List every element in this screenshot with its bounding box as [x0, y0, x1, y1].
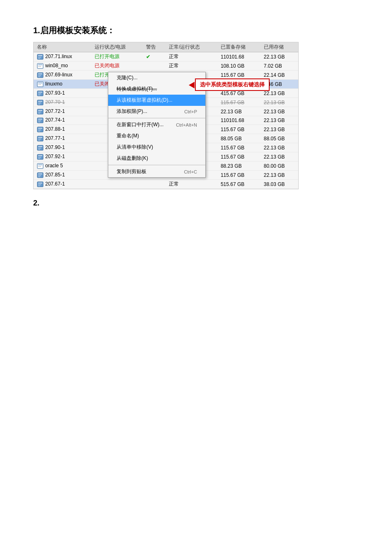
- row-storage: 88.05 GB: [217, 134, 261, 143]
- row-name: 207.93-1: [45, 90, 65, 96]
- svg-rect-17: [38, 95, 40, 95]
- row-name: 207.92-1: [45, 154, 65, 159]
- row-used: 88.05 GB: [261, 134, 298, 143]
- context-menu-item[interactable]: 在新窗口中打开(W)...Ctrl+Alt+N: [108, 119, 205, 130]
- row-storage: 88.23 GB: [217, 161, 261, 171]
- row-used: 80.00 GB: [261, 161, 298, 171]
- template-icon: [37, 72, 44, 78]
- template-icon: [37, 135, 44, 142]
- col-alert: 警告: [143, 42, 166, 52]
- table-row[interactable]: 207.71.linux已打开电源✔正常110101.6822.13 GB: [34, 52, 298, 61]
- row-power: 已打开电源: [91, 52, 143, 61]
- row-used: 22.13 GB: [261, 98, 298, 107]
- row-used: 22.13 GB: [261, 116, 298, 125]
- svg-rect-23: [38, 110, 42, 111]
- menu-item-label: 重命名(M): [117, 132, 139, 139]
- row-name-cell: 207.70-1: [34, 98, 91, 107]
- svg-rect-41: [38, 149, 40, 150]
- power-off-label: 已关闭电源: [95, 63, 119, 68]
- context-menu-item[interactable]: 从清单中移除(V): [108, 142, 205, 153]
- vm-table-section: 名称 运行状态/电源 警告 正常/运行状态 已置备存储 已用存储 207.71.…: [33, 42, 299, 191]
- svg-rect-43: [38, 155, 42, 156]
- row-alert: [143, 61, 166, 71]
- row-used: 22.13 GB: [261, 125, 298, 134]
- row-used: 22.13 GB: [261, 171, 298, 180]
- row-storage: 108.10 GB: [217, 61, 261, 71]
- row-name-cell: 207.69-linux: [34, 71, 91, 80]
- svg-rect-25: [38, 113, 40, 114]
- row-state: 正常: [166, 61, 217, 71]
- svg-rect-40: [38, 148, 41, 149]
- vm-icon: [37, 63, 44, 69]
- svg-rect-21: [38, 104, 40, 105]
- page-container: 1.启用模板安装系统： 名称 运行状态/电源 警告 正常/运行状态 已置备存储 …: [0, 0, 392, 232]
- menu-item-shortcut: Ctrl+Alt+N: [176, 122, 197, 127]
- table-row[interactable]: win08_mo已关闭电源正常108.10 GB7.02 GB: [34, 61, 298, 71]
- row-storage: 115.67 GB: [217, 171, 261, 180]
- power-on-label: 已打开电源: [95, 54, 119, 59]
- template-icon: [37, 154, 44, 160]
- row-used: 38.03 GB: [261, 180, 298, 189]
- svg-rect-33: [38, 131, 40, 132]
- template-icon: [37, 90, 44, 97]
- col-storage: 已置备存储: [217, 42, 261, 52]
- menu-item-label: 克隆(C)...: [117, 74, 138, 81]
- row-alert: ✔: [143, 52, 166, 61]
- svg-rect-50: [38, 174, 42, 174]
- col-name: 名称: [34, 42, 91, 52]
- svg-rect-32: [38, 130, 41, 130]
- svg-rect-9: [38, 75, 41, 76]
- context-menu-item[interactable]: 添加权限(P)...Ctrl+P: [108, 106, 205, 117]
- row-name-cell: 207.85-1: [34, 171, 91, 180]
- menu-item-label: 添加权限(P)...: [117, 108, 147, 115]
- svg-rect-37: [38, 140, 40, 141]
- row-name: linuxmo: [45, 81, 62, 87]
- row-storage: 115.67 GB: [217, 143, 261, 152]
- context-menu-item[interactable]: 重命名(M): [108, 130, 205, 142]
- table-row[interactable]: 207.67-1正常515.67 GB38.03 GB: [34, 180, 298, 189]
- section-title: 1.启用模板安装系统：: [33, 25, 359, 36]
- template-icon: [37, 117, 44, 124]
- callout-text: 选中系统类型模板右键选择: [200, 81, 265, 88]
- svg-rect-6: [38, 66, 41, 67]
- row-name: 207.67-1: [45, 181, 65, 187]
- row-used: 22.13 GB: [261, 52, 298, 61]
- menu-item-label: 从该模板部署虚拟机(D)...: [117, 97, 173, 104]
- svg-rect-13: [38, 84, 41, 85]
- svg-rect-45: [38, 158, 40, 159]
- svg-rect-35: [38, 137, 42, 138]
- svg-rect-20: [38, 103, 41, 103]
- menu-item-label: 复制到剪贴板: [117, 168, 146, 175]
- context-menu-item[interactable]: 从磁盘删除(K): [108, 153, 205, 164]
- svg-rect-29: [38, 122, 40, 122]
- check-icon: ✔: [146, 54, 150, 60]
- template-icon: [37, 126, 44, 133]
- row-state: 正常: [166, 52, 217, 61]
- row-name: win08_mo: [45, 63, 68, 68]
- svg-rect-5: [38, 64, 42, 65]
- svg-rect-51: [38, 175, 41, 176]
- row-name: 207.69-linux: [45, 72, 72, 78]
- menu-item-shortcut: Ctrl+P: [184, 109, 197, 114]
- context-menu-item[interactable]: 复制到剪贴板Ctrl+C: [108, 166, 205, 177]
- context-menu-item[interactable]: 从该模板部署虚拟机(D)...: [108, 95, 205, 106]
- row-used: 22.13 GB: [261, 143, 298, 152]
- svg-rect-16: [38, 93, 41, 94]
- section-2: 2.: [33, 199, 359, 208]
- svg-rect-28: [38, 120, 41, 121]
- row-name-cell: oracle 5: [34, 161, 91, 171]
- callout-box: 选中系统类型模板右键选择: [195, 78, 270, 91]
- row-name-cell: 207.88-1: [34, 125, 91, 134]
- svg-rect-3: [38, 58, 40, 59]
- row-name-cell: 207.92-1: [34, 152, 91, 161]
- svg-rect-47: [38, 164, 42, 165]
- menu-item-label: 转换成虚拟机(T)...: [117, 86, 157, 93]
- row-name-cell: win08_mo: [34, 61, 91, 71]
- svg-rect-54: [38, 183, 42, 183]
- row-used: 22.13 GB: [261, 107, 298, 116]
- row-storage: 110101.68: [217, 52, 261, 61]
- svg-rect-48: [38, 166, 41, 167]
- row-name: 207.90-1: [45, 144, 65, 150]
- row-name: 207.88-1: [45, 126, 65, 132]
- row-name: 207.71.linux: [45, 54, 72, 59]
